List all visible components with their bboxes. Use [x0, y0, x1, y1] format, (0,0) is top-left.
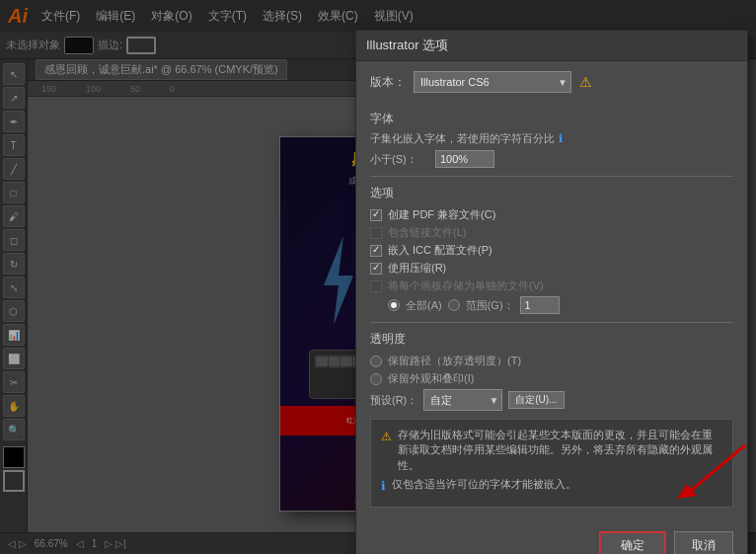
opt6-range-label: 范围(G)：	[466, 298, 514, 313]
divider-2	[370, 322, 733, 323]
opt1-row: 创建 PDF 兼容文件(C)	[370, 207, 733, 222]
opt1-label: 创建 PDF 兼容文件(C)	[388, 207, 495, 222]
opt2-checkbox[interactable]	[370, 227, 382, 239]
warning1-row: ⚠ 存储为旧版格式可能会引起某些文本版面的更改，并且可能会在重新读取文档时停用某…	[381, 428, 722, 473]
trans1-radio[interactable]	[370, 356, 382, 367]
transparency-section: 透明度 保留路径（放弃透明度）(T) 保留外观和叠印(I) 预设(R)： 自定 …	[370, 331, 733, 411]
dialog-body: 版本： Illustrator CS6 ▼ ⚠ 字体 子集化嵌入字体，若使用的字…	[356, 61, 747, 525]
opt6-all-radio[interactable]	[388, 299, 400, 311]
trans2-row: 保留外观和叠印(I)	[370, 371, 733, 386]
options-title: 选项	[370, 185, 733, 201]
transparency-title: 透明度	[370, 331, 733, 348]
info-circle-icon: ℹ	[381, 478, 386, 495]
dialog-buttons: 确定 取消	[356, 525, 747, 554]
preset-label: 预设(R)：	[370, 393, 417, 408]
font-desc: 子集化嵌入字体，若使用的字符百分比 ℹ	[370, 131, 733, 146]
opt5-label: 将每个画板存储为单独的文件(V)	[388, 278, 544, 293]
opt6-range-radio[interactable]	[448, 299, 460, 311]
font-info-icon: ℹ	[559, 132, 563, 145]
divider-1	[370, 176, 733, 177]
font-section: 字体 子集化嵌入字体，若使用的字符百分比 ℹ 小于(S)：	[370, 111, 733, 168]
opt6-all-row: 全部(A) 范围(G)：	[388, 296, 733, 314]
opt5-checkbox[interactable]	[370, 280, 382, 292]
version-label: 版本：	[370, 74, 406, 91]
opt4-row: 使用压缩(R)	[370, 261, 733, 276]
opt5-row: 将每个画板存储为单独的文件(V)	[370, 278, 733, 293]
trans2-radio[interactable]	[370, 373, 382, 385]
opt6-all-label: 全部(A)	[406, 298, 442, 313]
options-section: 选项 创建 PDF 兼容文件(C) 包含链接文件(L) 嵌入 ICC 配置文件(…	[370, 185, 733, 314]
opt1-checkbox[interactable]	[370, 209, 382, 221]
opt2-row: 包含链接文件(L)	[370, 225, 733, 240]
opt3-checkbox[interactable]	[370, 245, 382, 257]
dialog-title: Illustrator 选项	[366, 37, 448, 54]
dialog-title-bar: Illustrator 选项	[356, 31, 747, 61]
preset-row: 预设(R)： 自定 ▼ 自定(U)...	[370, 389, 733, 411]
trans2-label: 保留外观和叠印(I)	[388, 371, 474, 386]
trans1-row: 保留路径（放弃透明度）(T)	[370, 354, 733, 368]
version-dropdown[interactable]: Illustrator CS6 ▼	[414, 71, 571, 93]
warning-triangle-icon: ⚠	[381, 429, 392, 473]
warning-section: ⚠ 存储为旧版格式可能会引起某些文本版面的更改，并且可能会在重新读取文档时停用某…	[370, 419, 733, 508]
opt4-checkbox[interactable]	[370, 263, 382, 275]
opt3-row: 嵌入 ICC 配置文件(P)	[370, 243, 733, 258]
warning2-text: 仅包含适当许可位的字体才能被嵌入。	[392, 477, 576, 495]
opt3-label: 嵌入 ICC 配置文件(P)	[388, 243, 492, 258]
opt4-label: 使用压缩(R)	[388, 261, 446, 276]
version-select[interactable]: Illustrator CS6	[414, 71, 571, 93]
font-small-input[interactable]	[435, 150, 494, 168]
custom-btn[interactable]: 自定(U)...	[508, 391, 564, 409]
opt2-label: 包含链接文件(L)	[388, 225, 466, 240]
font-section-title: 字体	[370, 111, 733, 127]
preset-select[interactable]: 自定	[423, 389, 502, 411]
font-row: 小于(S)：	[370, 150, 733, 168]
illustrator-options-dialog: Illustrator 选项 版本： Illustrator CS6 ▼ ⚠ 字…	[355, 30, 748, 554]
cancel-button[interactable]: 取消	[674, 531, 733, 554]
opt6-range-input[interactable]	[520, 296, 560, 314]
confirm-button[interactable]: 确定	[599, 531, 666, 554]
warning1-text: 存储为旧版格式可能会引起某些文本版面的更改，并且可能会在重新读取文档时停用某些编…	[398, 428, 722, 473]
warning2-row: ℹ 仅包含适当许可位的字体才能被嵌入。	[381, 477, 722, 495]
trans1-label: 保留路径（放弃透明度）(T)	[388, 354, 521, 368]
font-small-label: 小于(S)：	[370, 152, 429, 167]
version-warning-icon: ⚠	[579, 74, 592, 90]
version-row: 版本： Illustrator CS6 ▼ ⚠	[370, 71, 733, 101]
